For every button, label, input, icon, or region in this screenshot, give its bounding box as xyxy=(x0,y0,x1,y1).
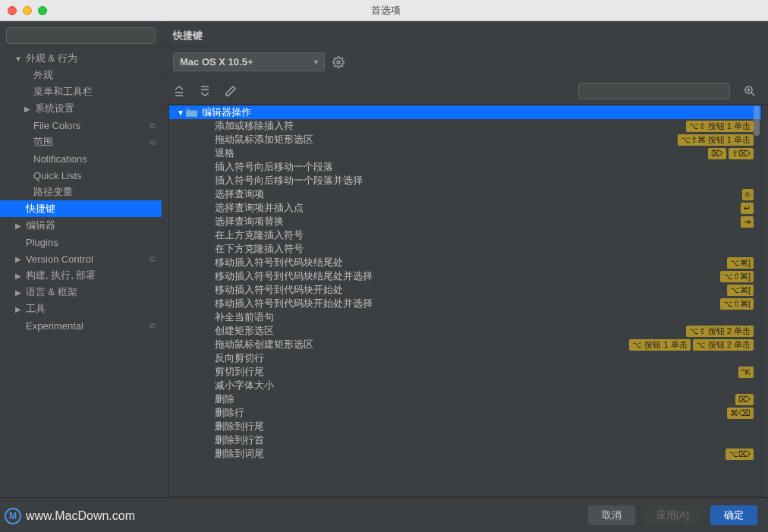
action-label: 补全当前语句 xyxy=(215,310,761,324)
settings-tree[interactable]: ▼外观 & 行为外观菜单和工具栏▶系统设置File Colors⧉范围⧉Noti… xyxy=(0,50,162,497)
shortcut-badges: ⌥⌘[ xyxy=(727,285,754,296)
close-window-button[interactable] xyxy=(8,6,17,15)
action-label: 反向剪切行 xyxy=(215,351,761,365)
sidebar-item[interactable]: 范围⧉ xyxy=(0,134,162,150)
actions-tree[interactable]: ▼编辑器操作 添加或移除插入符⌥⇧ 按钮 1 单击拖动鼠标添加矩形选区⌥⇧⌘ 按… xyxy=(168,105,762,497)
shortcut-badge: ⇧⌦ xyxy=(729,148,754,159)
sidebar-item-label: 构建, 执行, 部署 xyxy=(26,269,96,282)
sidebar-item[interactable]: 菜单和工具栏 xyxy=(0,83,162,100)
sidebar-item[interactable]: ▶Version Control⧉ xyxy=(0,250,162,267)
sidebar-item[interactable]: ▼外观 & 行为 xyxy=(0,50,162,67)
action-label: 选择查询项替换 xyxy=(215,215,741,228)
sidebar-item[interactable]: File Colors⧉ xyxy=(0,117,162,134)
shortcut-badge: ⌥⇧⌘] xyxy=(720,271,754,282)
action-row[interactable]: 删除到行尾 xyxy=(169,420,761,433)
sidebar-item-label: Version Control xyxy=(26,253,93,265)
shortcut-badge: ⎋ xyxy=(742,189,754,200)
shortcut-badges: ↵ xyxy=(741,203,754,214)
action-row[interactable]: 删除到词尾⌥⌦ xyxy=(169,447,761,461)
action-row[interactable]: 移动插入符号到代码块结尾处⌥⌘] xyxy=(169,256,761,269)
shortcut-badges: ⌥⇧⌘ 按钮 1 单击 xyxy=(678,134,754,146)
action-row[interactable]: 减小字体大小 xyxy=(169,379,761,392)
sidebar-item-label: 外观 xyxy=(33,68,53,82)
per-project-icon: ⧉ xyxy=(150,137,156,147)
edit-icon[interactable] xyxy=(223,83,238,99)
action-row[interactable]: 移动插入符号到代码块开始处并选择⌥⇧⌘[ xyxy=(169,297,761,310)
tree-arrow-icon: ▼ xyxy=(14,55,23,63)
cancel-button[interactable]: 取消 xyxy=(588,505,635,525)
keymap-scheme-combobox[interactable]: Mac OS X 10.5+ ▾ xyxy=(173,52,325,71)
action-row[interactable]: 插入符号向后移动一个段落并选择 xyxy=(169,174,761,187)
action-row[interactable]: 反向剪切行 xyxy=(169,351,761,365)
shortcut-badge: ^K xyxy=(738,367,754,378)
sidebar-item[interactable]: Plugins xyxy=(0,234,162,250)
actions-group-header[interactable]: ▼编辑器操作 xyxy=(169,105,761,119)
sidebar-item[interactable]: ▶构建, 执行, 部署 xyxy=(0,267,162,284)
sidebar-item[interactable]: ▶工具 xyxy=(0,301,162,317)
action-row[interactable]: 移动插入符号到代码块结尾处并选择⌥⇧⌘] xyxy=(169,269,761,283)
action-label: 剪切到行尾 xyxy=(215,365,738,379)
sidebar-item[interactable]: ▶语言 & 框架 xyxy=(0,284,162,301)
shortcut-badge: ⌦ xyxy=(708,148,726,159)
shortcut-badge: ⌥⇧⌘ 按钮 1 单击 xyxy=(678,134,754,146)
svg-point-0 xyxy=(337,61,340,64)
action-row[interactable]: 添加或移除插入符⌥⇧ 按钮 1 单击 xyxy=(169,119,761,133)
action-row[interactable]: 补全当前语句 xyxy=(169,310,761,324)
find-by-shortcut-icon[interactable] xyxy=(741,84,759,98)
shortcut-badge: ⌥⇧ 按钮 2 单击 xyxy=(686,326,754,337)
shortcut-badges: ⎋ xyxy=(742,189,754,200)
shortcut-badges: ⌥⌘] xyxy=(727,257,754,269)
sidebar-item[interactable]: 路径变量 xyxy=(0,184,162,200)
minimize-window-button[interactable] xyxy=(23,6,32,15)
settings-search-input[interactable] xyxy=(6,27,156,44)
action-row[interactable]: 选择查询项⎋ xyxy=(169,187,761,201)
action-label: 删除行 xyxy=(215,406,727,420)
apply-button[interactable]: 应用(A) xyxy=(643,505,703,525)
action-label: 创建矩形选区 xyxy=(215,324,686,338)
window-title: 首选项 xyxy=(53,4,718,17)
sidebar-item-label: 范围 xyxy=(33,135,53,149)
action-row[interactable]: 剪切到行尾^K xyxy=(169,365,761,379)
gear-icon[interactable] xyxy=(332,56,345,68)
sidebar-item[interactable]: ▶编辑器 xyxy=(0,217,162,234)
tree-arrow-icon: ▶ xyxy=(14,222,23,230)
action-row[interactable]: 删除行⌘⌫ xyxy=(169,406,761,420)
action-row[interactable]: 在下方克隆插入符号 xyxy=(169,242,761,256)
sidebar-item[interactable]: 快捷键 xyxy=(0,200,162,217)
action-row[interactable]: 删除⌦ xyxy=(169,392,761,406)
zoom-window-button[interactable] xyxy=(38,6,47,15)
action-row[interactable]: 拖动鼠标添加矩形选区⌥⇧⌘ 按钮 1 单击 xyxy=(169,133,761,146)
action-row[interactable]: 退格⌦⇧⌦ xyxy=(169,146,761,160)
shortcut-badge: ⌥⇧ 按钮 1 单击 xyxy=(686,121,754,132)
shortcut-badges: ^K xyxy=(738,367,754,378)
shortcut-badge: ⌥⌘[ xyxy=(727,285,754,296)
tree-arrow-icon: ▶ xyxy=(14,272,23,280)
action-row[interactable]: 选择查询项并插入点↵ xyxy=(169,201,761,215)
action-row[interactable]: 在上方克隆插入符号 xyxy=(169,228,761,242)
action-row[interactable]: 选择查询项替换⇥ xyxy=(169,215,761,228)
sidebar-item[interactable]: Quick Lists xyxy=(0,167,162,184)
tree-arrow-icon: ▶ xyxy=(14,288,23,297)
ok-button[interactable]: 确定 xyxy=(710,505,757,525)
scrollbar[interactable] xyxy=(754,105,760,136)
shortcut-badges: ⌦⇧⌦ xyxy=(708,148,754,159)
action-label: 拖动鼠标创建矩形选区 xyxy=(215,338,629,351)
per-project-icon: ⧉ xyxy=(150,254,156,264)
action-row[interactable]: 创建矩形选区⌥⇧ 按钮 2 单击 xyxy=(169,324,761,338)
action-label: 选择查询项并插入点 xyxy=(215,201,741,215)
action-row[interactable]: 删除到行首 xyxy=(169,433,761,447)
tree-arrow-icon: ▶ xyxy=(14,305,23,313)
sidebar-item-label: 路径变量 xyxy=(33,185,73,199)
sidebar-item[interactable]: ▶系统设置 xyxy=(0,100,162,117)
sidebar-item[interactable]: Notifications xyxy=(0,150,162,167)
sidebar-item-label: 系统设置 xyxy=(35,102,74,115)
collapse-all-icon[interactable] xyxy=(197,83,212,99)
sidebar-item[interactable]: Experimental⧉ xyxy=(0,317,162,334)
action-row[interactable]: 移动插入符号到代码块开始处⌥⌘[ xyxy=(169,283,761,297)
expand-all-icon[interactable] xyxy=(172,83,187,99)
sidebar-item[interactable]: 外观 xyxy=(0,67,162,83)
action-search-input[interactable] xyxy=(578,83,730,99)
action-row[interactable]: 拖动鼠标创建矩形选区⌥ 按钮 1 单击⌥ 按钮 2 单击 xyxy=(169,338,761,351)
action-row[interactable]: 插入符号向后移动一个段落 xyxy=(169,160,761,174)
action-label: 移动插入符号到代码块结尾处并选择 xyxy=(215,269,720,283)
